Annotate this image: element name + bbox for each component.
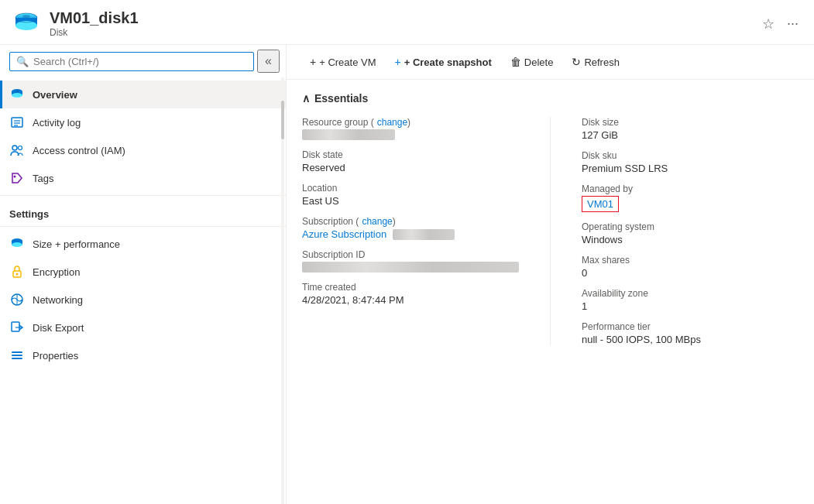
availability-zone-label: Availability zone [582,288,799,299]
networking-icon [9,292,25,307]
max-shares-field: Max shares 0 [582,255,799,279]
subscription-change-link[interactable]: change [362,216,392,227]
svg-point-15 [19,146,22,150]
delete-button[interactable]: 🗑 Delete [503,51,562,73]
resource-group-label: Resource group (change) [302,117,519,128]
location-field: Location East US [302,183,519,207]
disk-export-icon [9,320,25,335]
create-vm-icon: + [310,56,316,68]
sidebar-item-label-tags: Tags [33,173,53,184]
sidebar-item-label-size: Size + performance [33,238,120,250]
encryption-icon [9,264,25,279]
subscription-id-value [302,262,519,273]
refresh-icon: ↻ [572,56,581,68]
os-label: Operating system [582,221,799,232]
resource-group-change-link[interactable]: change [377,117,407,128]
sidebar-item-label-activity-log: Activity log [33,117,81,129]
more-options-icon[interactable]: ··· [784,12,802,35]
os-value: Windows [582,234,799,245]
location-value: East US [302,195,519,207]
overview-icon [9,87,25,102]
sidebar-item-size-performance[interactable]: Size + performance [0,230,286,258]
subscription-id-blurred [393,229,455,240]
subscription-id-label: Subscription ID [302,249,519,260]
disk-sku-label: Disk sku [582,150,799,161]
disk-size-label: Disk size [582,117,799,128]
availability-zone-value: 1 [582,300,799,312]
sidebar-item-label-access-control: Access control (IAM) [33,145,125,156]
essentials-title: Essentials [314,92,368,105]
sidebar-item-encryption[interactable]: Encryption [0,258,286,286]
sidebar-item-disk-export[interactable]: Disk Export [0,314,286,341]
svg-point-16 [14,176,16,178]
disk-state-value: Reserved [302,162,519,173]
sidebar-item-label-overview: Overview [33,89,77,101]
search-input[interactable] [33,56,247,67]
essentials-right-column: Disk size 127 GiB Disk sku Premium SSD L… [551,117,799,345]
settings-section-label: Settings [0,199,286,223]
svg-point-19 [12,242,22,247]
sidebar-item-properties[interactable]: Properties [0,341,286,369]
create-vm-label: + Create VM [319,57,376,68]
resource-group-field: Resource group (change) [302,117,519,140]
disk-sku-field: Disk sku Premium SSD LRS [582,150,799,174]
performance-tier-field: Performance tier null - 500 IOPS, 100 MB… [582,321,799,345]
availability-zone-field: Availability zone 1 [582,288,799,312]
create-vm-button[interactable]: + + Create VM [302,51,384,73]
os-field: Operating system Windows [582,221,799,245]
managed-by-value[interactable]: VM01 [587,198,613,210]
sidebar-item-networking[interactable]: Networking [0,286,286,314]
sidebar-item-tags[interactable]: Tags [0,164,286,192]
tags-icon [9,170,25,186]
disk-size-field: Disk size 127 GiB [582,117,799,141]
delete-icon: 🗑 [510,56,521,68]
time-created-label: Time created [302,282,519,293]
refresh-button[interactable]: ↻ Refresh [564,51,627,73]
svg-point-9 [15,91,19,92]
max-shares-value: 0 [582,267,799,279]
essentials-header[interactable]: ∧ Essentials [302,92,799,105]
sidebar-item-activity-log[interactable]: Activity log [0,108,286,136]
svg-rect-26 [12,351,22,353]
subscription-id-field: Subscription ID [302,249,519,273]
time-created-value: 4/28/2021, 8:47:44 PM [302,294,519,306]
sidebar-item-access-control[interactable]: Access control (IAM) [0,136,286,164]
svg-point-5 [22,15,30,18]
access-control-icon [9,142,25,158]
svg-rect-24 [12,322,19,331]
sidebar-item-label-properties: Properties [33,350,78,362]
disk-state-label: Disk state [302,149,519,160]
time-created-field: Time created 4/28/2021, 8:47:44 PM [302,282,519,306]
sidebar-item-label-encryption: Encryption [33,266,80,278]
sidebar-item-overview[interactable]: Overview [0,81,286,108]
resource-type-label: Disk [50,27,759,38]
disk-icon [12,10,40,38]
disk-state-field: Disk state Reserved [302,149,519,173]
essentials-left-column: Resource group (change) Disk state Reser… [302,117,551,345]
delete-label: Delete [524,57,554,68]
resource-group-value [302,129,395,140]
location-label: Location [302,183,519,194]
max-shares-label: Max shares [582,255,799,266]
activity-log-icon [9,115,25,130]
performance-tier-value: null - 500 IOPS, 100 MBps [582,334,799,345]
search-icon: 🔍 [16,56,29,67]
svg-point-21 [16,273,19,276]
managed-by-label: Managed by [582,183,799,194]
collapse-sidebar-button[interactable]: « [257,50,280,73]
svg-point-14 [12,146,17,150]
disk-sku-value: Premium SSD LRS [582,163,799,174]
refresh-label: Refresh [584,57,620,68]
svg-rect-27 [12,355,22,356]
sidebar-item-label-disk-export: Disk Export [33,322,84,334]
pin-icon[interactable]: ☆ [759,12,778,36]
create-snapshot-button[interactable]: + + Create snapshot [387,51,500,73]
managed-by-field: Managed by VM01 [582,183,799,212]
subscription-name-value[interactable]: Azure Subscription [302,228,386,240]
disk-size-value: 127 GiB [582,129,799,141]
create-snapshot-label: + Create snapshot [404,57,492,68]
size-performance-icon [9,236,25,252]
create-snapshot-icon: + [395,56,401,68]
page-title: VM01_disk1 [50,9,759,27]
subscription-field: Subscription (change) Azure Subscription [302,216,519,240]
